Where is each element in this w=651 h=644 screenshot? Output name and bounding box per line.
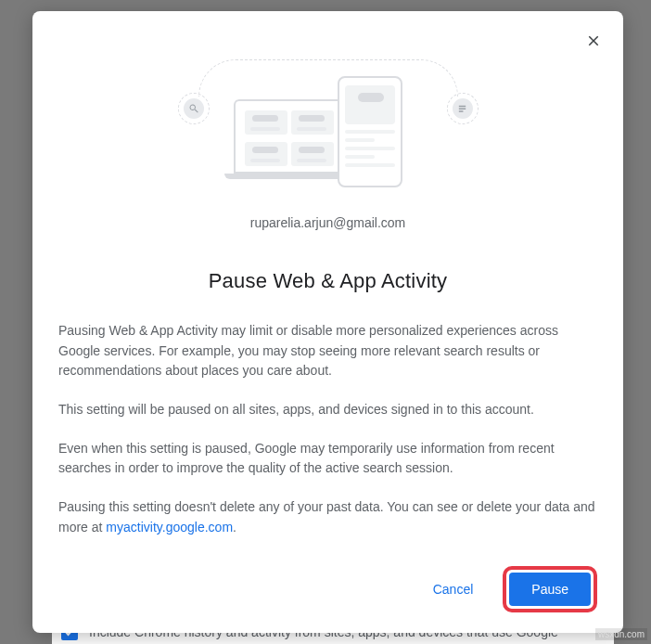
dialog-title: Pause Web & App Activity <box>58 269 597 293</box>
close-button[interactable] <box>581 28 606 54</box>
phone-illustration <box>338 76 402 187</box>
dialog-body: Pause Web & App Activity Pausing Web & A… <box>32 247 623 557</box>
account-email: ruparelia.arjun@gmail.com <box>51 215 605 230</box>
pause-activity-dialog: ruparelia.arjun@gmail.com Pause Web & Ap… <box>32 11 623 633</box>
search-icon <box>178 93 210 124</box>
document-icon <box>447 93 479 124</box>
close-icon <box>585 32 602 49</box>
laptop-illustration <box>224 99 354 187</box>
pause-button-highlight: Pause <box>503 566 597 612</box>
hero-illustration <box>189 67 467 187</box>
body-paragraph-3: Even when this setting is paused, Google… <box>58 439 597 479</box>
cancel-button[interactable]: Cancel <box>424 574 483 604</box>
body-paragraph-4: Pausing this setting doesn't delete any … <box>58 497 597 537</box>
p4-text-post: . <box>233 520 236 535</box>
watermark: wsxdn.com <box>595 628 647 640</box>
dialog-actions: Cancel Pause <box>32 557 623 633</box>
body-paragraph-1: Pausing Web & App Activity may limit or … <box>58 321 597 381</box>
myactivity-link[interactable]: myactivity.google.com <box>106 520 233 535</box>
dialog-header: ruparelia.arjun@gmail.com <box>32 11 623 247</box>
pause-button[interactable]: Pause <box>509 573 591 606</box>
body-paragraph-2: This setting will be paused on all sites… <box>58 400 597 420</box>
